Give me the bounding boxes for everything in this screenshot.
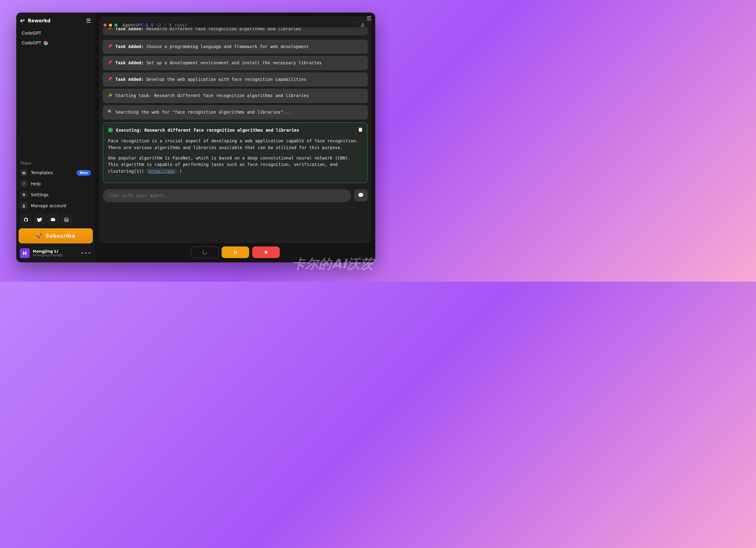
citation-link[interactable]: https://dat <box>147 169 177 174</box>
console-title: AgentGPT-3.5 (2 / 5 runs) <box>122 23 187 28</box>
svg-rect-6 <box>236 251 237 253</box>
sidebar-item-emoji: 📚 <box>43 40 48 45</box>
brand[interactable]: Reworkd <box>20 18 51 24</box>
gear-icon: ⚙ <box>21 191 27 198</box>
page-label: Manage account <box>31 203 66 208</box>
help-icon: ? <box>21 180 27 187</box>
user-info: Hongjing Li lihongjing.more@... <box>33 249 65 257</box>
task-row: ✨Starting task: Research different face … <box>103 89 368 103</box>
brand-name: Reworkd <box>28 18 51 24</box>
status-icon: ✨ <box>107 93 112 98</box>
page-label: Settings <box>31 192 48 197</box>
pin-icon: 📌 <box>107 77 112 82</box>
subscribe-label: Subscribe <box>45 233 75 239</box>
task-list: 📌Task Added: Research different face rec… <box>103 28 368 119</box>
sidebar-item-label: CodeGPT <box>22 40 41 45</box>
task-row: 📌Task Added: Develop the web application… <box>103 73 368 87</box>
pages-heading: Pages <box>19 160 93 167</box>
window-close-dot[interactable] <box>103 24 107 27</box>
window-max-dot[interactable] <box>114 24 118 27</box>
pin-icon: 📌 <box>107 60 112 65</box>
brand-logo-icon <box>20 18 25 24</box>
executing-title: Executing: Research different face recog… <box>116 127 299 134</box>
copy-icon[interactable]: 📋 <box>358 126 363 133</box>
user-row[interactable]: H Hongjing Li lihongjing.more@... ••• <box>19 246 93 259</box>
avatar: H <box>20 248 30 258</box>
window-min-dot[interactable] <box>109 24 112 27</box>
page-manage-account[interactable]: Manage account <box>19 200 93 211</box>
svg-point-0 <box>23 205 24 206</box>
page-templates[interactable]: ▤ Templates New <box>19 167 93 178</box>
task-row: 📌Task Added: Set up a development enviro… <box>103 56 368 70</box>
exec-paragraph: Face recognition is a crucial aspect of … <box>108 138 362 151</box>
console: AgentGPT-3.5 (2 / 5 runs) 📌Task Added: R… <box>99 17 371 243</box>
pin-icon: 📌 <box>107 44 112 49</box>
main-menu-icon[interactable]: ☰ <box>367 15 372 21</box>
svg-point-2 <box>65 219 66 220</box>
twitter-icon[interactable] <box>34 214 45 225</box>
github-icon[interactable] <box>21 214 32 225</box>
svg-rect-3 <box>65 220 66 221</box>
sidebar-chats: CodeGPT CodeGPT 📚 <box>19 27 93 49</box>
page-label: Help <box>31 181 41 186</box>
chat-input[interactable] <box>103 189 351 202</box>
user-menu-icon[interactable]: ••• <box>81 250 92 256</box>
linkedin-icon[interactable] <box>61 214 72 225</box>
user-icon <box>21 202 27 209</box>
page-label: Templates <box>31 170 53 175</box>
subscribe-button[interactable]: 🚀 Subscribe <box>19 228 93 243</box>
sidebar-header: Reworkd ☰ <box>19 16 93 27</box>
svg-rect-5 <box>234 251 235 253</box>
svg-point-4 <box>203 250 207 254</box>
social-row <box>19 211 93 228</box>
task-row: 📌Task Added: Research different face rec… <box>103 28 368 35</box>
rocket-icon: 🚀 <box>36 233 42 239</box>
controls <box>99 246 371 258</box>
sidebar: Reworkd ☰ CodeGPT CodeGPT 📚 Pages ▤ Temp… <box>16 13 95 262</box>
svg-rect-7 <box>265 251 267 253</box>
task-row: 📌Task Added: Choose a programming langua… <box>103 40 368 54</box>
chat-bar: 💬 <box>103 189 368 202</box>
templates-icon: ▤ <box>21 169 27 176</box>
task-row: 🔍Searching the web for "face recognition… <box>103 105 368 119</box>
executing-block: ✓ Executing: Research different face rec… <box>103 122 368 183</box>
page-help[interactable]: ? Help <box>19 178 93 189</box>
stop-button[interactable] <box>252 246 280 258</box>
exec-paragraph: One popular algorithm is FaceNet, which … <box>108 155 362 175</box>
sidebar-item-label: CodeGPT <box>22 31 41 36</box>
chat-send-button[interactable]: 💬 <box>354 189 368 201</box>
user-email: lihongjing.more@... <box>33 253 65 257</box>
sidebar-item-codegpt-2[interactable]: CodeGPT 📚 <box>20 38 92 48</box>
sidebar-menu-icon[interactable]: ☰ <box>86 17 91 24</box>
page-settings[interactable]: ⚙ Settings <box>19 189 93 200</box>
status-icon: 🔍 <box>107 109 112 114</box>
main: ☰ AgentGPT-3.5 (2 / 5 runs) 📌Task Added:… <box>95 13 375 262</box>
executing-body: Face recognition is a crucial aspect of … <box>108 138 362 175</box>
user-name: Hongjing Li <box>33 249 65 253</box>
sidebar-item-codegpt-1[interactable]: CodeGPT <box>20 28 92 38</box>
new-badge: New <box>77 170 91 176</box>
check-icon: ✓ <box>108 128 113 133</box>
pin-icon: 📌 <box>107 28 112 31</box>
pause-button[interactable] <box>222 246 249 258</box>
loading-button[interactable] <box>191 246 219 258</box>
app-window: Reworkd ☰ CodeGPT CodeGPT 📚 Pages ▤ Temp… <box>16 13 375 262</box>
discord-icon[interactable] <box>47 214 58 225</box>
